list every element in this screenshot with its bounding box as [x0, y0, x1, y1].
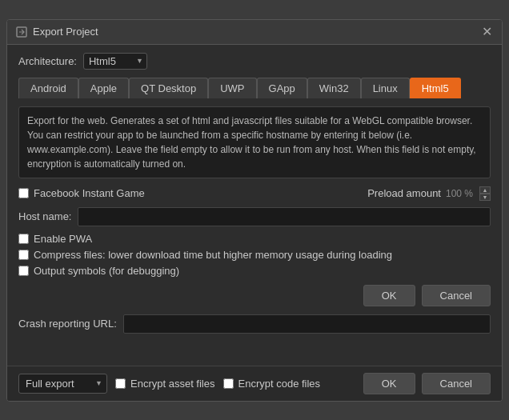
preload-label: Preload amount	[367, 187, 441, 199]
hostname-input[interactable]	[78, 207, 491, 226]
tab-qt-desktop[interactable]: QT Desktop	[129, 78, 208, 98]
inner-cancel-button[interactable]: Cancel	[422, 285, 491, 306]
compress-files-checkbox[interactable]	[18, 250, 29, 260]
facebook-left: Facebook Instant Game	[18, 187, 145, 199]
dialog-body: Architecture: Html5 Android Apple QT Des…	[7, 45, 502, 366]
enable-pwa-label: Enable PWA	[34, 233, 92, 245]
preload-right: Preload amount 100 % ▲ ▼	[367, 186, 491, 201]
export-dropdown[interactable]: Full export Partial export	[18, 374, 107, 394]
crash-row: Crash reporting URL:	[18, 314, 491, 334]
facebook-checkbox[interactable]	[18, 188, 29, 198]
preload-down-button[interactable]: ▼	[479, 194, 491, 201]
crash-label: Crash reporting URL:	[18, 318, 117, 330]
cancel-button[interactable]: Cancel	[422, 373, 491, 394]
description-text: Export for the web. Generates a set of h…	[27, 115, 476, 170]
output-symbols-row: Output symbols (for debugging)	[18, 265, 491, 277]
encrypt-code-label: Encrypt code files	[238, 378, 321, 390]
crash-input[interactable]	[123, 314, 491, 334]
preload-up-button[interactable]: ▲	[479, 186, 491, 194]
inner-button-row: OK Cancel	[18, 285, 491, 306]
export-dialog: Export Project ✕ Architecture: Html5 And…	[6, 19, 503, 402]
output-symbols-label: Output symbols (for debugging)	[34, 265, 179, 277]
facebook-row: Facebook Instant Game Preload amount 100…	[18, 186, 491, 201]
spacer	[18, 342, 491, 358]
close-button[interactable]: ✕	[479, 25, 494, 39]
facebook-label: Facebook Instant Game	[34, 187, 145, 199]
title-bar-left: Export Project	[15, 26, 98, 38]
tab-linux[interactable]: Linux	[361, 78, 410, 98]
tab-uwp[interactable]: UWP	[208, 78, 256, 98]
output-symbols-checkbox[interactable]	[18, 266, 29, 276]
enable-pwa-row: Enable PWA	[18, 233, 491, 245]
tabs-container: Android Apple QT Desktop UWP GApp Win32 …	[18, 78, 491, 98]
architecture-select-wrap: Html5	[83, 53, 147, 70]
architecture-row: Architecture: Html5	[18, 53, 491, 70]
bottom-right: OK Cancel	[363, 373, 491, 394]
architecture-dropdown[interactable]: Html5	[83, 53, 147, 70]
tab-android[interactable]: Android	[18, 78, 78, 98]
bottom-left: Full export Partial export Encrypt asset…	[18, 374, 320, 394]
encrypt-asset-label: Encrypt asset files	[130, 378, 215, 390]
hostname-label: Host name:	[18, 210, 71, 222]
inner-ok-button[interactable]: OK	[363, 285, 415, 306]
tab-html5[interactable]: Html5	[410, 78, 461, 98]
hostname-row: Host name:	[18, 207, 491, 226]
compress-files-label: Compress files: lower download time but …	[34, 249, 392, 261]
bottom-bar: Full export Partial export Encrypt asset…	[7, 366, 502, 401]
architecture-label: Architecture:	[18, 55, 77, 67]
preload-value: 100 %	[446, 188, 473, 199]
encrypt-code-row: Encrypt code files	[223, 378, 321, 390]
preload-spinner: ▲ ▼	[479, 186, 491, 201]
compress-files-row: Compress files: lower download time but …	[18, 249, 491, 261]
encrypt-code-checkbox[interactable]	[223, 378, 234, 389]
export-dropdown-wrap: Full export Partial export	[18, 374, 107, 394]
enable-pwa-checkbox[interactable]	[18, 234, 29, 244]
description-box: Export for the web. Generates a set of h…	[18, 106, 491, 178]
tab-gapp[interactable]: GApp	[257, 78, 307, 98]
export-icon	[15, 26, 28, 38]
encrypt-asset-row: Encrypt asset files	[115, 378, 215, 390]
ok-button[interactable]: OK	[363, 373, 415, 394]
title-bar: Export Project ✕	[7, 20, 502, 45]
dialog-title: Export Project	[33, 26, 98, 38]
tab-apple[interactable]: Apple	[78, 78, 129, 98]
encrypt-asset-checkbox[interactable]	[115, 378, 126, 389]
tab-win32[interactable]: Win32	[307, 78, 361, 98]
